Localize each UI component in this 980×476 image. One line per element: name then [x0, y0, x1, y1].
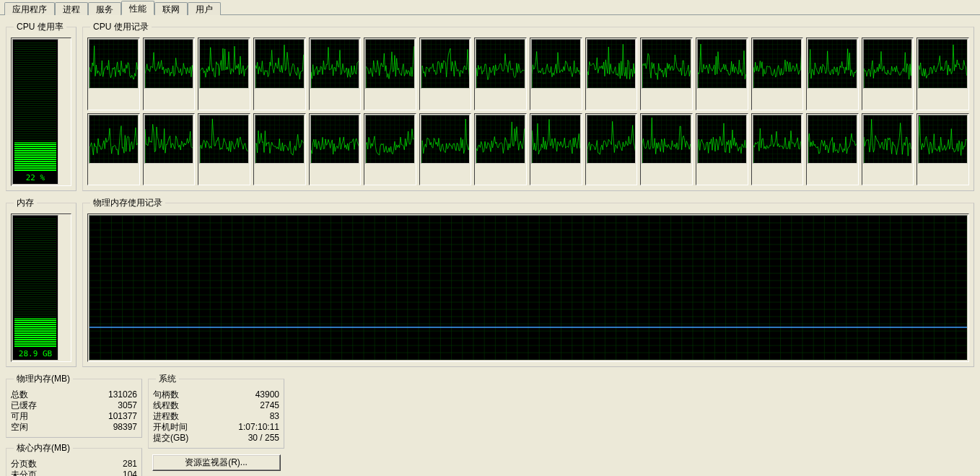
memory-row: 内存 28.9 GB 物理内存使用记录 — [6, 197, 974, 367]
cpu-core-chart — [753, 115, 802, 164]
cpu-core-chart — [531, 39, 581, 89]
cpu-usage-meter: 22 % — [12, 39, 58, 185]
phys-mem-available-label: 可用 — [11, 411, 28, 422]
cpu-meter-label: 22 % — [13, 173, 58, 182]
phys-mem-free: 空闲 98397 — [11, 422, 137, 433]
kernel-mem-paged: 分页数 281 — [11, 459, 137, 470]
tab-processes[interactable]: 进程 — [55, 2, 88, 15]
tab-users[interactable]: 用户 — [188, 2, 221, 15]
phys-mem-legend: 物理内存(MB) — [14, 373, 73, 385]
kernel-mem-group: 核心内存(MB) 分页数 281 未分页 104 — [6, 442, 142, 476]
tab-bar: 应用程序 进程 服务 性能 联网 用户 — [0, 0, 980, 15]
kernel-mem-paged-label: 分页数 — [11, 459, 37, 470]
mem-history-group: 物理内存使用记录 — [82, 197, 974, 367]
kernel-mem-nonpaged-value: 104 — [123, 470, 137, 476]
cpu-core-chart — [476, 39, 525, 89]
mem-history-chart — [89, 215, 968, 361]
cpu-core-cell — [862, 113, 914, 186]
cpu-core-chart — [310, 115, 360, 164]
system-threads: 线程数 2745 — [153, 400, 279, 411]
cpu-core-chart — [918, 39, 968, 89]
system-uptime-value: 1:07:10:11 — [238, 422, 279, 433]
cpu-core-chart — [753, 39, 802, 89]
phys-mem-available-value: 101377 — [108, 411, 137, 422]
cpu-core-chart — [476, 115, 525, 164]
phys-mem-free-value: 98397 — [113, 422, 137, 433]
tab-applications[interactable]: 应用程序 — [4, 2, 55, 15]
cpu-core-cell — [751, 38, 804, 110]
kernel-mem-paged-value: 281 — [123, 459, 137, 470]
cpu-core-chart — [144, 115, 194, 164]
tab-performance[interactable]: 性能 — [121, 1, 154, 15]
cpu-core-cell — [640, 38, 693, 110]
memory-meter: 28.9 GB — [12, 215, 58, 361]
system-uptime: 开机时间 1:07:10:11 — [153, 422, 279, 433]
cpu-core-chart — [918, 115, 968, 164]
memory-meter-frame: 28.9 GB — [11, 213, 71, 362]
phys-mem-total: 总数 131026 — [11, 389, 137, 400]
cpu-core-cell — [87, 113, 140, 186]
cpu-meter-bar — [14, 142, 56, 171]
system-commit-label: 提交(GB) — [153, 433, 188, 444]
cpu-core-cell — [530, 113, 582, 186]
cpu-core-cell — [916, 38, 969, 110]
phys-mem-cached: 已缓存 3057 — [11, 400, 137, 411]
cpu-core-cell — [640, 113, 693, 186]
resource-monitor-button[interactable]: 资源监视器(R)... — [152, 454, 281, 471]
tab-networking[interactable]: 联网 — [154, 2, 188, 15]
cpu-history-group: CPU 使用记录 — [82, 21, 974, 191]
cpu-core-chart — [199, 115, 249, 164]
cpu-core-cell — [751, 113, 804, 186]
cpu-core-chart — [89, 39, 139, 89]
cpu-core-chart — [199, 39, 249, 89]
cpu-core-chart — [421, 39, 471, 89]
cpu-core-cell — [806, 113, 859, 186]
info-panels: 物理内存(MB) 总数 131026 已缓存 3057 可用 101377 空闲… — [6, 373, 974, 476]
cpu-core-chart — [531, 115, 581, 164]
cpu-core-cell — [143, 113, 196, 186]
cpu-core-cell — [696, 113, 748, 186]
cpu-core-cell — [198, 38, 250, 110]
memory-group: 内存 28.9 GB — [6, 197, 76, 367]
cpu-core-chart — [642, 39, 691, 89]
system-threads-value: 2745 — [260, 400, 279, 411]
cpu-core-chart — [863, 39, 913, 89]
memory-meter-bar — [14, 318, 56, 347]
info-col-left: 物理内存(MB) 总数 131026 已缓存 3057 可用 101377 空闲… — [6, 373, 142, 476]
cpu-core-cell — [530, 38, 582, 110]
system-commit: 提交(GB) 30 / 255 — [153, 433, 279, 444]
cpu-history-legend: CPU 使用记录 — [90, 21, 152, 33]
kernel-mem-legend: 核心内存(MB) — [14, 442, 73, 454]
cpu-core-chart — [365, 115, 415, 164]
phys-mem-free-label: 空闲 — [11, 422, 28, 433]
cpu-core-chart — [642, 115, 691, 164]
cpu-core-cell — [696, 38, 748, 110]
system-group: 系统 句柄数 43900 线程数 2745 进程数 83 开机时间 1:07:1… — [148, 373, 284, 449]
info-col-right: 系统 句柄数 43900 线程数 2745 进程数 83 开机时间 1:07:1… — [148, 373, 284, 476]
cpu-core-cell — [309, 38, 362, 110]
cpu-core-cell — [585, 113, 638, 186]
kernel-mem-nonpaged-label: 未分页 — [11, 470, 37, 476]
system-commit-value: 30 / 255 — [248, 433, 279, 444]
tab-services[interactable]: 服务 — [88, 2, 121, 15]
resource-monitor-row: 资源监视器(R)... — [148, 454, 284, 471]
cpu-core-chart — [808, 39, 857, 89]
cpu-core-chart — [697, 39, 747, 89]
mem-history-svg — [89, 216, 967, 360]
cpu-core-cell — [364, 38, 416, 110]
cpu-core-chart — [421, 115, 471, 164]
phys-mem-cached-label: 已缓存 — [11, 400, 37, 411]
phys-mem-available: 可用 101377 — [11, 411, 137, 422]
system-processes-label: 进程数 — [153, 411, 179, 422]
mem-history-legend: 物理内存使用记录 — [90, 197, 165, 209]
cpu-core-cell — [253, 113, 306, 186]
cpu-core-chart — [587, 115, 636, 164]
mem-history-frame — [87, 213, 969, 362]
cpu-core-chart — [863, 115, 913, 164]
cpu-usage-group: CPU 使用率 22 % — [6, 21, 76, 191]
memory-meter-label: 28.9 GB — [13, 349, 58, 358]
cpu-usage-legend: CPU 使用率 — [14, 21, 66, 33]
cpu-core-cell — [862, 38, 914, 110]
cpu-core-chart — [365, 39, 415, 89]
cpu-core-cell — [198, 113, 250, 186]
